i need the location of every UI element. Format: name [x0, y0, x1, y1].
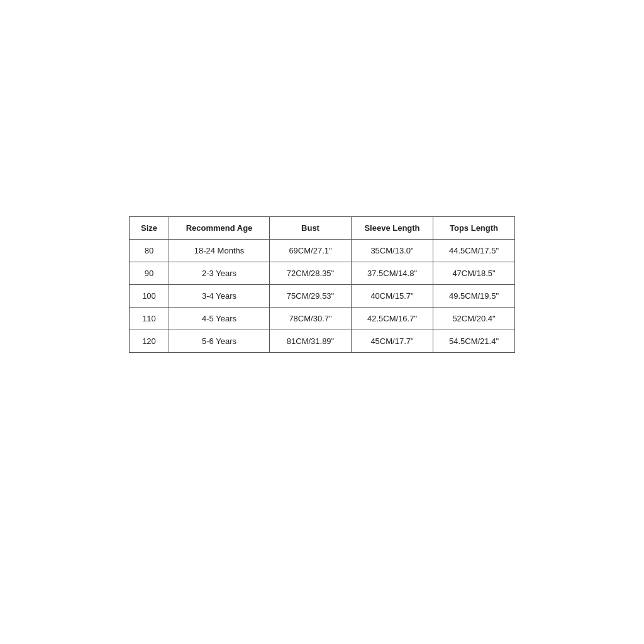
table-row: 8018-24 Months69CM/27.1"35CM/13.0"44.5CM…: [129, 239, 514, 262]
header-size: Size: [129, 216, 169, 239]
header-tops-length: Tops Length: [433, 216, 515, 239]
cell-tops-length: 54.5CM/21.4": [433, 330, 515, 352]
size-chart-table: Size Recommend Age Bust Sleeve Length To…: [129, 216, 515, 353]
cell-recommend-age: 3-4 Years: [169, 284, 270, 307]
cell-recommend-age: 18-24 Months: [169, 239, 270, 262]
cell-sleeve-length: 42.5CM/16.7": [352, 307, 433, 330]
cell-sleeve-length: 40CM/15.7": [352, 284, 433, 307]
cell-size: 90: [129, 262, 169, 284]
cell-sleeve-length: 45CM/17.7": [352, 330, 433, 352]
header-bust: Bust: [270, 216, 352, 239]
size-chart-container: Size Recommend Age Bust Sleeve Length To…: [129, 216, 515, 353]
table-row: 902-3 Years72CM/28.35"37.5CM/14.8"47CM/1…: [129, 262, 514, 284]
cell-tops-length: 44.5CM/17.5": [433, 239, 515, 262]
cell-size: 100: [129, 284, 169, 307]
cell-bust: 72CM/28.35": [270, 262, 352, 284]
cell-recommend-age: 2-3 Years: [169, 262, 270, 284]
header-sleeve-length: Sleeve Length: [352, 216, 433, 239]
cell-bust: 78CM/30.7": [270, 307, 352, 330]
cell-size: 80: [129, 239, 169, 262]
header-recommend-age: Recommend Age: [169, 216, 270, 239]
cell-tops-length: 49.5CM/19.5": [433, 284, 515, 307]
table-row: 1205-6 Years81CM/31.89"45CM/17.7"54.5CM/…: [129, 330, 514, 352]
cell-size: 110: [129, 307, 169, 330]
cell-tops-length: 52CM/20.4": [433, 307, 515, 330]
cell-tops-length: 47CM/18.5": [433, 262, 515, 284]
table-row: 1003-4 Years75CM/29.53"40CM/15.7"49.5CM/…: [129, 284, 514, 307]
cell-bust: 75CM/29.53": [270, 284, 352, 307]
cell-bust: 81CM/31.89": [270, 330, 352, 352]
table-row: 1104-5 Years78CM/30.7"42.5CM/16.7"52CM/2…: [129, 307, 514, 330]
cell-size: 120: [129, 330, 169, 352]
cell-recommend-age: 5-6 Years: [169, 330, 270, 352]
cell-sleeve-length: 37.5CM/14.8": [352, 262, 433, 284]
cell-bust: 69CM/27.1": [270, 239, 352, 262]
cell-recommend-age: 4-5 Years: [169, 307, 270, 330]
table-header-row: Size Recommend Age Bust Sleeve Length To…: [129, 216, 514, 239]
cell-sleeve-length: 35CM/13.0": [352, 239, 433, 262]
